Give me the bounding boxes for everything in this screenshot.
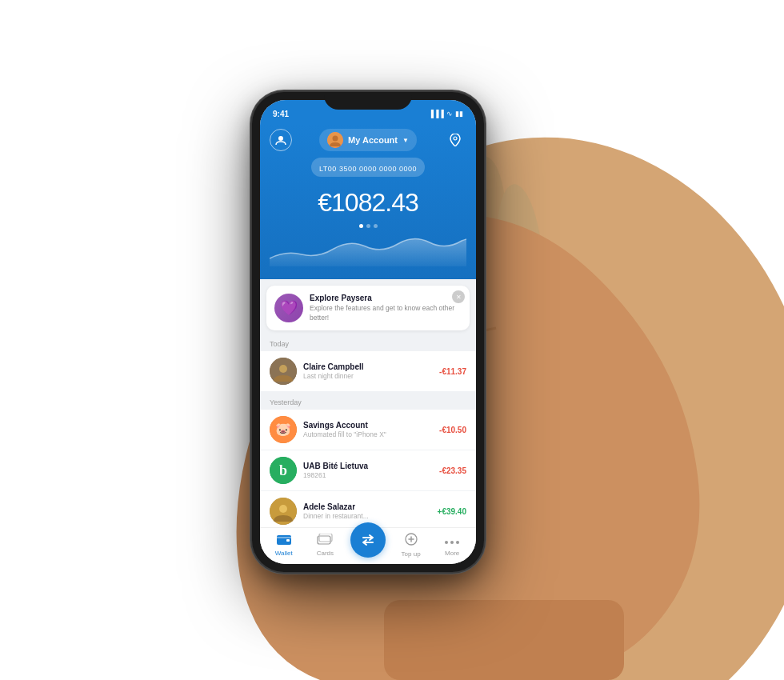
account-avatar xyxy=(327,132,343,148)
savings-amount: -€10.50 xyxy=(439,426,466,434)
tab-cards[interactable]: Cards xyxy=(309,534,341,557)
claire-avatar xyxy=(270,358,297,385)
dot-2 xyxy=(366,224,370,228)
tab-bar: Wallet Cards xyxy=(260,527,476,564)
claire-name: Claire Campbell xyxy=(303,362,433,371)
uab-name: UAB Bité Lietuva xyxy=(303,462,433,470)
adele-name: Adele Salazar xyxy=(303,502,431,511)
uab-info: UAB Bité Lietuva 198261 xyxy=(303,462,433,479)
profile-icon[interactable] xyxy=(270,129,292,151)
svg-point-24 xyxy=(445,541,448,544)
transaction-claire[interactable]: Claire Campbell Last night dinner -€11.3… xyxy=(260,351,476,391)
uab-desc: 198261 xyxy=(303,471,433,479)
wifi-icon: ∿ xyxy=(446,110,453,118)
svg-text:b: b xyxy=(279,462,287,478)
section-yesterday: Yesterday xyxy=(260,392,476,410)
svg-point-25 xyxy=(450,541,454,544)
phone-screen: 9:41 ▐▐▐ ∿ ▮▮ xyxy=(260,100,476,564)
svg-point-12 xyxy=(279,365,287,373)
explore-close-button[interactable]: ✕ xyxy=(452,290,465,303)
location-icon[interactable] xyxy=(444,129,466,151)
svg-rect-20 xyxy=(286,539,290,542)
adele-amount: +€39.40 xyxy=(438,507,466,516)
svg-rect-6 xyxy=(384,600,624,680)
account-name: My Account xyxy=(348,135,398,145)
adele-info: Adele Salazar Dinner in restaurant... xyxy=(303,502,431,520)
content-area[interactable]: 💜 Explore Paysera Explore the features a… xyxy=(260,279,476,527)
status-time: 9:41 xyxy=(273,110,289,118)
claire-info: Claire Campbell Last night dinner xyxy=(303,362,433,380)
balance-display: €1082.43 xyxy=(270,188,466,218)
account-pill[interactable]: My Account ▼ xyxy=(319,129,417,151)
svg-point-26 xyxy=(456,541,459,544)
svg-point-5 xyxy=(491,182,548,330)
explore-subtitle: Explore the features and get to know eac… xyxy=(310,304,462,322)
more-icon xyxy=(444,534,460,548)
battery-icon: ▮▮ xyxy=(455,110,463,118)
svg-point-9 xyxy=(333,136,338,142)
svg-point-7 xyxy=(278,136,283,141)
claire-desc: Last night dinner xyxy=(303,372,433,380)
explore-text-block: Explore Paysera Explore the features and… xyxy=(310,294,462,322)
page-dots xyxy=(270,224,466,228)
uab-avatar: b xyxy=(270,457,297,484)
wallet-label: Wallet xyxy=(275,550,293,557)
phone-device: 9:41 ▐▐▐ ∿ ▮▮ xyxy=(252,92,484,572)
wallet-icon xyxy=(277,534,291,548)
tab-more[interactable]: More xyxy=(436,534,468,557)
savings-desc: Automated fill to "iPhone X" xyxy=(303,430,433,438)
explore-icon: 💜 xyxy=(274,294,303,322)
iban-text: LT00 3500 0000 0000 0000 xyxy=(319,165,417,173)
explore-title: Explore Paysera xyxy=(310,294,462,302)
chevron-down-icon: ▼ xyxy=(402,137,409,144)
scene: 9:41 ▐▐▐ ∿ ▮▮ xyxy=(0,0,784,680)
account-selector-row: My Account ▼ xyxy=(270,129,466,151)
section-today: Today xyxy=(260,334,476,351)
topup-icon xyxy=(405,533,418,549)
dot-3 xyxy=(374,224,378,228)
adele-avatar xyxy=(270,498,297,525)
notch xyxy=(324,92,412,110)
tab-transfer[interactable] xyxy=(350,534,386,558)
transaction-uab[interactable]: b UAB Bité Lietuva 198261 -€23.35 xyxy=(260,450,476,490)
transaction-savings[interactable]: 🐷 Savings Account Automated fill to "iPh… xyxy=(260,410,476,450)
more-label: More xyxy=(445,550,459,557)
transfer-button[interactable] xyxy=(350,522,386,558)
svg-point-18 xyxy=(279,505,287,513)
claire-amount: -€11.37 xyxy=(439,367,466,376)
status-icons: ▐▐▐ ∿ ▮▮ xyxy=(429,110,463,118)
dot-1 xyxy=(359,224,363,228)
savings-name: Savings Account xyxy=(303,421,433,430)
iban-badge[interactable]: LT00 3500 0000 0000 0000 xyxy=(311,158,425,177)
svg-text:🐷: 🐷 xyxy=(275,422,291,437)
explore-banner: 💜 Explore Paysera Explore the features a… xyxy=(266,286,470,330)
cards-icon xyxy=(317,534,333,548)
header-area: My Account ▼ LT00 3500 0000 0000 0000 xyxy=(260,124,476,279)
tab-topup[interactable]: Top up xyxy=(395,533,427,558)
adele-desc: Dinner in restaurant... xyxy=(303,512,431,520)
cards-label: Cards xyxy=(317,550,334,557)
svg-point-10 xyxy=(454,137,457,140)
savings-info: Savings Account Automated fill to "iPhon… xyxy=(303,421,433,438)
iban-row: LT00 3500 0000 0000 0000 xyxy=(270,158,466,183)
wave-chart xyxy=(270,234,466,266)
savings-avatar: 🐷 xyxy=(270,416,297,443)
signal-icon: ▐▐▐ xyxy=(429,110,444,118)
uab-amount: -€23.35 xyxy=(439,466,466,475)
tab-wallet[interactable]: Wallet xyxy=(268,534,300,557)
topup-label: Top up xyxy=(402,550,421,558)
